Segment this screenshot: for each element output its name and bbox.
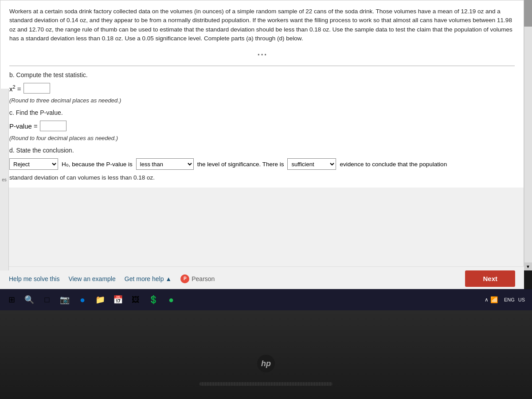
section-c-label: c. Find the P-value. [9, 109, 515, 116]
taskbar-icon-7[interactable]: ● [163, 292, 179, 308]
view-example-link[interactable]: View an example [68, 275, 115, 282]
hp-text: hp [261, 359, 271, 368]
expand-dots[interactable]: • • • [9, 50, 515, 60]
section-c-hint: (Round to four decimal places as needed.… [9, 135, 515, 141]
conclusion-line2: standard deviation of can volumes is les… [9, 174, 515, 181]
main-content-panel: Workers at a certain soda drink factory … [0, 0, 524, 270]
tray-icons: ∧ 📶 [485, 296, 498, 303]
start-button[interactable]: ⊞ [4, 292, 20, 308]
pearson-logo: P Pearson [180, 274, 215, 283]
hp-logo: hp [257, 355, 275, 372]
conclusion-dropdown-3[interactable]: sufficient insufficient [287, 158, 336, 170]
laptop-body: hp [0, 310, 532, 399]
pvalue-label: P-value = [9, 122, 38, 130]
scroll-arrow-down[interactable]: ▼ [524, 262, 532, 270]
tray-icon-wifi[interactable]: 📶 [490, 296, 498, 303]
content-area: Workers at a certain soda drink factory … [0, 0, 524, 188]
lang-label: ENG [504, 297, 515, 302]
region-label: US [518, 297, 525, 302]
system-tray: ∧ 📶 ENG US [485, 296, 528, 303]
speaker-grille [200, 382, 332, 386]
tray-icon-1[interactable]: ∧ [485, 297, 489, 303]
taskbar-icon-6[interactable]: 💲 [145, 292, 161, 308]
bottom-toolbar: Help me solve this View an example Get m… [0, 266, 524, 290]
pvalue-input[interactable] [40, 121, 66, 131]
pvalue-equation: P-value = [9, 121, 515, 131]
conclusion-dropdown-1[interactable]: Reject Fail to reject [9, 158, 58, 170]
problem-text: Workers at a certain soda drink factory … [9, 7, 515, 43]
search-button[interactable]: 🔍 [21, 292, 37, 308]
conclusion-dropdown-2[interactable]: less than greater than equal to [136, 158, 194, 170]
conclusion-text-2: the level of significance. There is [197, 161, 284, 168]
superscript-2: 2 [13, 84, 16, 90]
scroll-thumb[interactable] [524, 0, 532, 27]
lang-region: ENG US [501, 297, 528, 302]
conclusion-text-1: H₀, because the P-value is [62, 160, 133, 168]
help-solve-link[interactable]: Help me solve this [9, 275, 59, 282]
taskbar-icon-3[interactable]: 📁 [92, 292, 108, 308]
side-label: es [0, 89, 9, 270]
pearson-name: Pearson [192, 275, 215, 282]
conclusion-text-3: evidence to conclude that the population [340, 161, 447, 168]
section-d-label: d. State the conclusion. [9, 147, 515, 154]
chi-squared-equation: x2 = [9, 83, 515, 94]
taskbar-icon-2[interactable]: ● [74, 292, 90, 308]
section-b-hint: (Round to three decimal places as needed… [9, 97, 515, 104]
scrollbar[interactable]: ▼ [524, 0, 532, 270]
section-b-label: b. Compute the test statistic. [9, 71, 515, 78]
help-links-group: Help me solve this View an example Get m… [9, 274, 215, 283]
chi-squared-input[interactable] [23, 83, 50, 94]
taskview-button[interactable]: □ [39, 292, 55, 308]
taskbar-icon-5[interactable]: 🖼 [128, 292, 144, 308]
taskbar-icon-1[interactable]: 📷 [57, 292, 73, 308]
taskbar-icon-4[interactable]: 📅 [110, 292, 126, 308]
next-button[interactable]: Next [465, 270, 515, 287]
divider [9, 66, 515, 66]
conclusion-row: Reject Fail to reject H₀, because the P-… [9, 158, 515, 170]
pearson-icon: P [180, 274, 189, 283]
get-more-help-link[interactable]: Get more help ▲ [125, 275, 172, 282]
chi-symbol: x2 = [9, 84, 21, 93]
taskbar: ⊞ 🔍 □ 📷 ● 📁 📅 🖼 💲 ● ∧ 📶 ENG US [0, 289, 532, 310]
